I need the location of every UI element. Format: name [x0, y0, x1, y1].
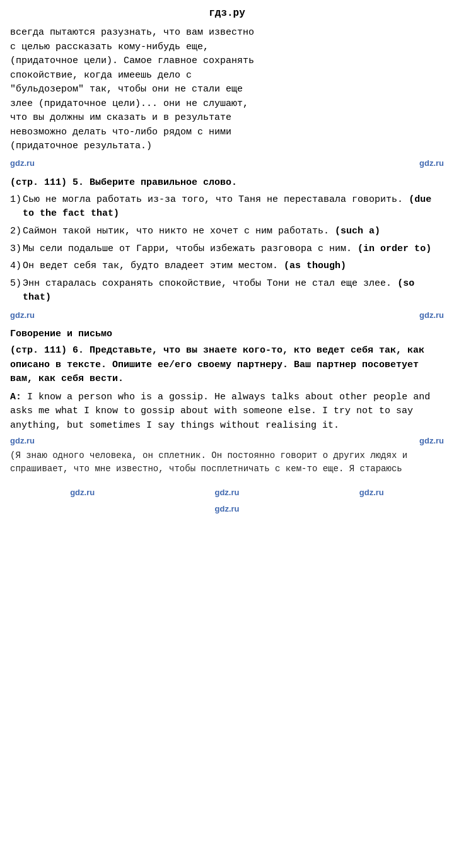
dialog-english: A: I know a person who is a gossip. He a…	[10, 390, 444, 433]
section-5: (стр. 111) 5. Выберите правильное слово.…	[10, 176, 444, 305]
footer-watermark-2: gdz.ru	[214, 487, 239, 499]
dialog-russian: (Я знаю одного человека, он сплетник. Он…	[10, 449, 444, 476]
intro-line-1: всегда пытаются разузнать, что вам извес…	[10, 27, 254, 38]
intro-section: всегда пытаются разузнать, что вам извес…	[10, 26, 444, 154]
site-title: гдз.ру	[10, 6, 444, 21]
item-text-5: Энн старалась сохранять спокойствие, что…	[23, 278, 392, 289]
item-answer-4: (as though)	[284, 261, 346, 271]
item-num-4: 4)	[10, 259, 21, 273]
item-answer-3: (in order to)	[358, 243, 431, 254]
intro-line-7: что вы должны им сказать и в результате	[10, 112, 231, 123]
list-item: 2) Саймон такой нытик, что никто не хоче…	[10, 225, 444, 238]
page-header: гдз.ру	[10, 6, 444, 21]
watermark-mid-right: gdz.ru	[419, 310, 444, 322]
watermark-right: gdz.ru	[419, 158, 444, 170]
item-answer-2: (such a)	[335, 226, 380, 237]
exercise-list: 1) Сью не могла работать из-за того, что…	[10, 193, 444, 304]
footer-watermark-1: gdz.ru	[70, 487, 95, 499]
footer-watermark-3: gdz.ru	[359, 487, 384, 499]
item-num-5: 5)	[10, 277, 21, 291]
watermark-3-right: gdz.ru	[419, 435, 444, 447]
speaking-title: Говорение и письмо	[10, 327, 444, 341]
dialog-speaker: A:	[10, 392, 21, 402]
item-text-4: Он ведет себя так, будто владеет этим ме…	[23, 261, 278, 271]
watermark-mid-left: gdz.ru	[10, 310, 35, 322]
section-6-title: (стр. 111) 6. Представьте, что вы знаете…	[10, 344, 444, 387]
watermark-3-left: gdz.ru	[10, 435, 35, 447]
intro-line-5: "бульдозером" так, чтобы они не стали ещ…	[10, 84, 243, 95]
section-5-title: (стр. 111) 5. Выберите правильное слово.	[10, 176, 444, 190]
item-text-2: Саймон такой нытик, что никто не хочет с…	[23, 226, 329, 237]
center-footer-watermark: gdz.ru	[10, 503, 444, 517]
item-num-2: 2)	[10, 225, 21, 238]
item-num-3: 3)	[10, 242, 21, 256]
watermark-row-3: gdz.ru gdz.ru	[10, 435, 444, 447]
intro-line-8: невозможно делать что-либо рядом с ними	[10, 127, 231, 138]
item-text-1: Сью не могла работать из-за того, что Та…	[23, 194, 403, 205]
dialog-english-text: I know a person who is a gossip. He alwa…	[10, 392, 430, 431]
list-item: 1) Сью не могла работать из-за того, что…	[10, 193, 444, 221]
item-text-3: Мы сели подальше от Гарри, чтобы избежат…	[23, 243, 352, 254]
intro-line-9: (придаточное результата.)	[10, 141, 152, 151]
footer-center-watermark: gdz.ru	[215, 503, 240, 515]
item-num-1: 1)	[10, 193, 21, 207]
intro-text: всегда пытаются разузнать, что вам извес…	[10, 26, 444, 154]
bottom-watermarks: gdz.ru gdz.ru gdz.ru	[10, 487, 444, 499]
intro-line-4: спокойствие, когда имеешь дело с	[10, 70, 192, 81]
watermark-left: gdz.ru	[10, 158, 35, 170]
intro-line-6: злее (придаточное цели)... они не слушаю…	[10, 98, 248, 109]
list-item: 4) Он ведет себя так, будто владеет этим…	[10, 259, 444, 273]
speaking-section: Говорение и письмо (стр. 111) 6. Предста…	[10, 327, 444, 476]
intro-line-3: (придаточное цели). Самое главное сохран…	[10, 56, 254, 66]
watermark-row-1: gdz.ru gdz.ru	[10, 158, 444, 170]
intro-line-2: с целью рассказать кому-нибудь еще,	[10, 42, 209, 52]
watermark-row-2: gdz.ru gdz.ru	[10, 310, 444, 322]
list-item: 3) Мы сели подальше от Гарри, чтобы избе…	[10, 242, 444, 256]
list-item: 5) Энн старалась сохранять спокойствие, …	[10, 277, 444, 305]
